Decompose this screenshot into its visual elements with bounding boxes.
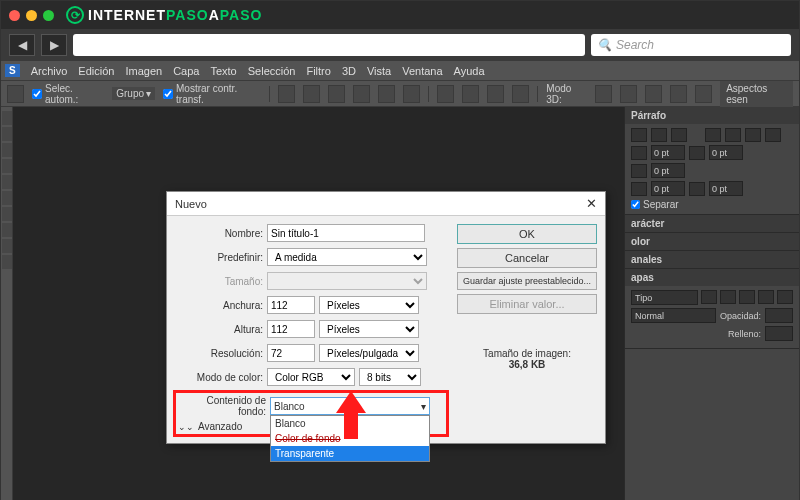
- space-before-field[interactable]: [651, 181, 685, 196]
- maximize-window-icon[interactable]: [43, 10, 54, 21]
- fill-field[interactable]: [765, 326, 793, 341]
- mode3d-icon[interactable]: [595, 85, 612, 103]
- mode3d-icon[interactable]: [670, 85, 687, 103]
- menu-ayuda[interactable]: Ayuda: [454, 65, 485, 77]
- anchura-label: Anchura:: [175, 300, 263, 311]
- menu-capa[interactable]: Capa: [173, 65, 199, 77]
- back-button[interactable]: ◀: [9, 34, 35, 56]
- tool-icon[interactable]: [2, 191, 12, 205]
- browser-toolbar: ◀ ▶ 🔍 Search: [1, 29, 799, 61]
- menu-ventana[interactable]: Ventana: [402, 65, 442, 77]
- minimize-window-icon[interactable]: [26, 10, 37, 21]
- search-box[interactable]: 🔍 Search: [591, 34, 791, 56]
- mode3d-icon[interactable]: [620, 85, 637, 103]
- url-bar[interactable]: [73, 34, 585, 56]
- dialog-form: Nombre: Predefinir: A medida Tamaño: Anc…: [175, 224, 447, 435]
- distribute-icon[interactable]: [512, 85, 529, 103]
- blend-mode-dropdown[interactable]: Normal: [631, 308, 716, 323]
- paragraph-panel: Párrafo: [625, 107, 799, 215]
- align-right-icon[interactable]: [671, 128, 687, 142]
- layer-filter-dropdown[interactable]: Tipo: [631, 290, 698, 305]
- app-icon[interactable]: S: [5, 64, 20, 77]
- tool-icon[interactable]: [2, 255, 12, 269]
- filter-icon[interactable]: [739, 290, 755, 304]
- menu-seleccion[interactable]: Selección: [248, 65, 296, 77]
- align-icon[interactable]: [278, 85, 295, 103]
- search-placeholder: Search: [616, 38, 654, 52]
- menu-archivo[interactable]: Archivo: [31, 65, 68, 77]
- menu-3d[interactable]: 3D: [342, 65, 356, 77]
- justify-icon[interactable]: [745, 128, 761, 142]
- separator-icon: [537, 86, 538, 102]
- align-icon[interactable]: [403, 85, 420, 103]
- tool-icon[interactable]: [2, 143, 12, 157]
- menu-vista[interactable]: Vista: [367, 65, 391, 77]
- align-center-icon[interactable]: [651, 128, 667, 142]
- altura-unit-dropdown[interactable]: Píxeles: [319, 320, 419, 338]
- filter-icon[interactable]: [777, 290, 793, 304]
- character-panel[interactable]: arácter: [625, 215, 799, 233]
- tool-icon[interactable]: [2, 159, 12, 173]
- altura-field[interactable]: [267, 320, 315, 338]
- channels-panel[interactable]: anales: [625, 251, 799, 269]
- filter-icon[interactable]: [701, 290, 717, 304]
- justify-icon[interactable]: [765, 128, 781, 142]
- anchura-field[interactable]: [267, 296, 315, 314]
- mode3d-icon[interactable]: [645, 85, 662, 103]
- align-left-icon[interactable]: [631, 128, 647, 142]
- filter-icon[interactable]: [758, 290, 774, 304]
- nombre-field[interactable]: [267, 224, 425, 242]
- predefinir-dropdown[interactable]: A medida: [267, 248, 427, 266]
- justify-icon[interactable]: [705, 128, 721, 142]
- indent-first-field[interactable]: [651, 163, 685, 178]
- justify-icon[interactable]: [725, 128, 741, 142]
- ok-button[interactable]: OK: [457, 224, 597, 244]
- align-icon[interactable]: [303, 85, 320, 103]
- forward-button[interactable]: ▶: [41, 34, 67, 56]
- dialog-titlebar[interactable]: Nuevo ✕: [167, 192, 605, 216]
- indent-left-field[interactable]: [651, 145, 685, 160]
- modo-color-dropdown[interactable]: Color RGB: [267, 368, 355, 386]
- hyphenate-checkbox[interactable]: Separar: [631, 199, 793, 210]
- menu-imagen[interactable]: Imagen: [125, 65, 162, 77]
- save-preset-button[interactable]: Guardar ajuste preestablecido...: [457, 272, 597, 290]
- resolucion-unit-dropdown[interactable]: Píxeles/pulgada: [319, 344, 419, 362]
- tool-icon[interactable]: [2, 127, 12, 141]
- opacity-field[interactable]: [765, 308, 793, 323]
- option-transparente[interactable]: Transparente: [271, 446, 429, 461]
- anchura-unit-dropdown[interactable]: Píxeles: [319, 296, 419, 314]
- image-size-info: Tamaño de imagen: 36,8 KB: [457, 348, 597, 370]
- cancel-button[interactable]: Cancelar: [457, 248, 597, 268]
- distribute-icon[interactable]: [437, 85, 454, 103]
- filter-icon[interactable]: [720, 290, 736, 304]
- tool-icon[interactable]: [2, 111, 12, 125]
- move-tool-icon[interactable]: [7, 85, 24, 103]
- dialog-title: Nuevo: [175, 198, 207, 210]
- close-window-icon[interactable]: [9, 10, 20, 21]
- menu-filtro[interactable]: Filtro: [306, 65, 330, 77]
- show-transform-checkbox[interactable]: Mostrar contr. transf.: [163, 83, 261, 105]
- align-icon[interactable]: [328, 85, 345, 103]
- resolucion-field[interactable]: [267, 344, 315, 362]
- menu-texto[interactable]: Texto: [210, 65, 236, 77]
- distribute-icon[interactable]: [462, 85, 479, 103]
- bits-dropdown[interactable]: 8 bits: [359, 368, 421, 386]
- close-icon[interactable]: ✕: [586, 196, 597, 211]
- space-after-field[interactable]: [709, 181, 743, 196]
- tool-icon[interactable]: [2, 207, 12, 221]
- separator-icon: [428, 86, 429, 102]
- auto-select-checkbox[interactable]: Selec. autom.:: [32, 83, 104, 105]
- distribute-icon[interactable]: [487, 85, 504, 103]
- tool-icon[interactable]: [2, 223, 12, 237]
- tool-icon[interactable]: [2, 175, 12, 189]
- indent-right-field[interactable]: [709, 145, 743, 160]
- panel-title[interactable]: Párrafo: [625, 107, 799, 124]
- workspace-switcher[interactable]: Aspectos esen: [720, 81, 793, 107]
- tool-icon[interactable]: [2, 239, 12, 253]
- color-panel[interactable]: olor: [625, 233, 799, 251]
- mode3d-icon[interactable]: [695, 85, 712, 103]
- align-icon[interactable]: [353, 85, 370, 103]
- menu-edicion[interactable]: Edición: [78, 65, 114, 77]
- align-icon[interactable]: [378, 85, 395, 103]
- auto-select-group-dropdown[interactable]: Grupo ▾: [112, 87, 155, 100]
